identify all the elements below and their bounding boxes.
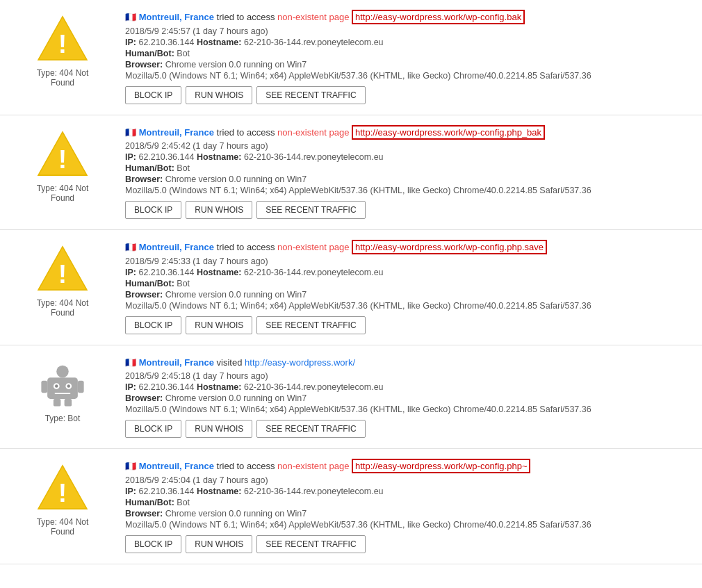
block-ip-button[interactable]: BLOCK IP [125, 201, 181, 219]
human-bot-label: Human/Bot: [125, 498, 174, 507]
timestamp: 2018/5/9 2:45:42 (1 day 7 hours ago) [125, 141, 695, 151]
user-agent-line: Mozilla/5.0 (Windows NT 6.1; Win64; x64)… [125, 71, 695, 81]
run-whois-button[interactable]: RUN WHOIS [186, 420, 252, 438]
non-existent-label: non-existent page [277, 242, 352, 252]
hostname-label: Hostname: [197, 38, 242, 47]
location-link[interactable]: Montreuil, France [139, 461, 214, 471]
event-icon-col: ! Type: 404 Not Found [7, 10, 118, 88]
action-buttons: BLOCK IPRUN WHOISSEE RECENT TRAFFIC [125, 201, 695, 219]
run-whois-button[interactable]: RUN WHOIS [186, 201, 252, 219]
human-bot-line: Human/Bot: Bot [125, 49, 695, 58]
ip-label: IP: [125, 487, 136, 496]
run-whois-button[interactable]: RUN WHOIS [186, 316, 252, 334]
browser-label: Browser: [125, 174, 163, 184]
location-link[interactable]: Montreuil, France [139, 242, 214, 252]
event-icon-col: Type: Bot [7, 356, 118, 423]
non-existent-label: non-existent page [277, 127, 352, 138]
hostname-label: Hostname: [197, 152, 242, 162]
highlighted-url-link[interactable]: http://easy-wordpress.work/wp-config.bak [352, 10, 525, 24]
action-text: tried to access [214, 127, 277, 138]
warning-icon: ! [35, 129, 90, 180]
browser-line: Browser: Chrome version 0.0 running on W… [125, 290, 695, 300]
svg-text:!: ! [58, 29, 67, 58]
event-list: ! Type: 404 Not Found🇫🇷 Montreuil, Franc… [0, 0, 702, 564]
browser-line: Browser: Chrome version 0.0 running on W… [125, 393, 695, 403]
hostname-label: Hostname: [197, 487, 242, 496]
user-agent-line: Mozilla/5.0 (Windows NT 6.1; Win64; x64)… [125, 405, 695, 414]
browser-label: Browser: [125, 509, 163, 518]
url-link[interactable]: http://easy-wordpress.work/ [245, 357, 355, 368]
timestamp: 2018/5/9 2:45:57 (1 day 7 hours ago) [125, 26, 695, 36]
human-bot-line: Human/Bot: Bot [125, 498, 695, 507]
highlighted-url-link[interactable]: http://easy-wordpress.work/wp-config.php… [352, 125, 545, 140]
event-title: 🇫🇷 Montreuil, France tried to access non… [125, 10, 695, 24]
highlighted-url-link[interactable]: http://easy-wordpress.work/wp-config.php… [352, 459, 530, 473]
svg-rect-7 [47, 377, 78, 399]
see-recent-traffic-button[interactable]: SEE RECENT TRAFFIC [256, 535, 365, 553]
action-buttons: BLOCK IPRUN WHOISSEE RECENT TRAFFIC [125, 420, 695, 438]
event-item: ! Type: 404 Not Found🇫🇷 Montreuil, Franc… [0, 115, 702, 231]
flag-icon: 🇫🇷 [125, 357, 139, 368]
svg-point-15 [67, 384, 70, 387]
run-whois-button[interactable]: RUN WHOIS [186, 535, 252, 553]
ip-label: IP: [125, 268, 136, 277]
ip-hostname-line: IP: 62.210.36.144 Hostname: 62-210-36-14… [125, 487, 695, 496]
ip-label: IP: [125, 152, 136, 162]
highlighted-url-link[interactable]: http://easy-wordpress.work/wp-config.php… [352, 240, 547, 254]
see-recent-traffic-button[interactable]: SEE RECENT TRAFFIC [256, 86, 365, 104]
non-existent-label: non-existent page [277, 461, 352, 471]
event-content: 🇫🇷 Montreuil, France visited http://easy… [118, 356, 695, 439]
svg-rect-11 [65, 398, 72, 406]
non-existent-label: non-existent page [277, 12, 352, 22]
browser-label: Browser: [125, 60, 163, 70]
warning-icon: ! [35, 14, 90, 65]
location-link[interactable]: Montreuil, France [139, 357, 214, 368]
see-recent-traffic-button[interactable]: SEE RECENT TRAFFIC [256, 420, 365, 438]
action-buttons: BLOCK IPRUN WHOISSEE RECENT TRAFFIC [125, 535, 695, 553]
type-label: Type: 404 Not Found [37, 183, 89, 203]
action-text: tried to access [214, 461, 277, 471]
location-link[interactable]: Montreuil, France [139, 127, 214, 138]
action-buttons: BLOCK IPRUN WHOISSEE RECENT TRAFFIC [125, 316, 695, 334]
type-label: Type: 404 Not Found [37, 517, 89, 537]
flag-icon: 🇫🇷 [125, 242, 139, 252]
action-buttons: BLOCK IPRUN WHOISSEE RECENT TRAFFIC [125, 86, 695, 104]
block-ip-button[interactable]: BLOCK IP [125, 316, 181, 334]
browser-line: Browser: Chrome version 0.0 running on W… [125, 174, 695, 184]
svg-rect-10 [54, 398, 61, 406]
ip-label: IP: [125, 382, 136, 392]
action-text: tried to access [214, 242, 277, 252]
action-text: visited [214, 357, 245, 368]
location-link[interactable]: Montreuil, France [139, 12, 214, 22]
timestamp: 2018/5/9 2:45:18 (1 day 7 hours ago) [125, 371, 695, 381]
event-icon-col: ! Type: 404 Not Found [7, 126, 118, 203]
see-recent-traffic-button[interactable]: SEE RECENT TRAFFIC [256, 201, 365, 219]
event-item: ! Type: 404 Not Found🇫🇷 Montreuil, Franc… [0, 230, 702, 345]
user-agent-line: Mozilla/5.0 (Windows NT 6.1; Win64; x64)… [125, 186, 695, 195]
flag-icon: 🇫🇷 [125, 12, 139, 22]
type-label: Type: 404 Not Found [37, 68, 89, 88]
svg-text:!: ! [58, 478, 67, 507]
event-item: ! Type: 404 Not Found🇫🇷 Montreuil, Franc… [0, 449, 702, 564]
human-bot-line: Human/Bot: Bot [125, 163, 695, 173]
flag-icon: 🇫🇷 [125, 127, 139, 138]
type-label: Type: 404 Not Found [37, 298, 89, 318]
warning-icon: ! [35, 463, 90, 514]
see-recent-traffic-button[interactable]: SEE RECENT TRAFFIC [256, 316, 365, 334]
event-content: 🇫🇷 Montreuil, France tried to access non… [118, 240, 695, 334]
run-whois-button[interactable]: RUN WHOIS [186, 86, 252, 104]
block-ip-button[interactable]: BLOCK IP [125, 535, 181, 553]
event-title: 🇫🇷 Montreuil, France tried to access non… [125, 459, 695, 473]
svg-point-14 [55, 384, 58, 387]
action-text: tried to access [214, 12, 277, 22]
human-bot-label: Human/Bot: [125, 163, 174, 173]
event-item: ! Type: 404 Not Found🇫🇷 Montreuil, Franc… [0, 0, 702, 115]
event-content: 🇫🇷 Montreuil, France tried to access non… [118, 126, 695, 220]
event-content: 🇫🇷 Montreuil, France tried to access non… [118, 10, 695, 104]
human-bot-label: Human/Bot: [125, 49, 174, 58]
block-ip-button[interactable]: BLOCK IP [125, 86, 181, 104]
browser-label: Browser: [125, 290, 163, 300]
block-ip-button[interactable]: BLOCK IP [125, 420, 181, 438]
user-agent-line: Mozilla/5.0 (Windows NT 6.1; Win64; x64)… [125, 301, 695, 311]
ip-hostname-line: IP: 62.210.36.144 Hostname: 62-210-36-14… [125, 152, 695, 162]
